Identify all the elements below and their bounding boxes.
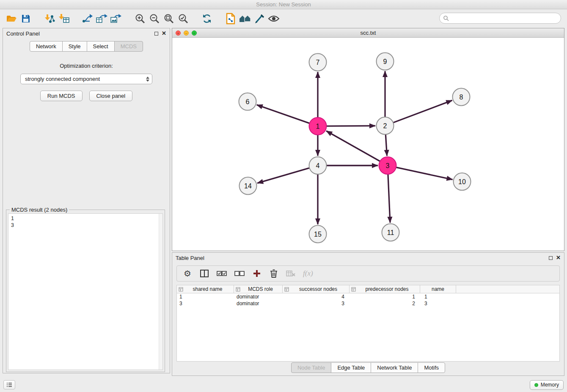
session-document-button[interactable] <box>223 11 238 26</box>
window-zoom-button[interactable]: + <box>192 30 197 36</box>
graph-node-6[interactable]: 6 <box>239 93 256 110</box>
graph-node-14[interactable]: 14 <box>239 177 257 195</box>
graph-edge-4-14[interactable] <box>257 168 309 183</box>
close-panel-button[interactable]: Close panel <box>89 91 133 101</box>
delete-row-button[interactable] <box>269 268 278 279</box>
control-panel-tabs: Network Style Select MCDS <box>3 41 170 52</box>
save-session-button[interactable] <box>19 11 33 26</box>
graph-node-7[interactable]: 7 <box>309 54 327 71</box>
zoom-fit-button[interactable] <box>162 11 176 26</box>
graph-node-15[interactable]: 15 <box>309 226 327 243</box>
mcds-result-list[interactable]: 13 <box>8 213 163 370</box>
svg-text:14: 14 <box>244 182 252 190</box>
trash-icon <box>270 269 278 278</box>
delete-table-button[interactable] <box>286 268 295 279</box>
select-all-button[interactable] <box>217 268 227 279</box>
graph-edge-3-10[interactable] <box>396 167 453 179</box>
split-panel-button[interactable] <box>200 268 209 279</box>
task-history-button[interactable] <box>3 380 15 389</box>
graph-node-8[interactable]: 8 <box>453 88 470 106</box>
graph-node-3[interactable]: 3 <box>379 157 396 174</box>
gear-icon: ⚙ <box>184 269 191 278</box>
style-button[interactable] <box>252 11 267 26</box>
table-cell: 3 <box>177 300 234 307</box>
graph-node-10[interactable]: 10 <box>454 173 471 190</box>
criterion-value: strongly connected component <box>25 76 100 82</box>
tab-network-table[interactable]: Network Table <box>371 362 418 373</box>
add-row-button[interactable] <box>252 268 261 279</box>
graph-edge-3-11[interactable] <box>388 174 390 223</box>
new-network-button[interactable] <box>80 11 95 26</box>
tab-motifs[interactable]: Motifs <box>418 362 445 373</box>
network-table-button[interactable] <box>95 11 109 26</box>
column-header-predecessor-nodes[interactable]: predecessor nodes <box>350 285 420 293</box>
home-button[interactable] <box>238 11 252 26</box>
table-cell: 1 <box>177 293 234 300</box>
run-mcds-button[interactable]: Run MCDS <box>40 91 83 101</box>
table-body[interactable]: 1dominator4113dominator323 <box>176 293 560 362</box>
svg-text:15: 15 <box>314 231 322 238</box>
network-window-titlebar[interactable]: scc.txt × − + <box>172 28 564 38</box>
table-settings-button[interactable]: ⚙ <box>183 268 192 279</box>
graph-node-4[interactable]: 4 <box>309 157 327 174</box>
deselect-all-button[interactable] <box>234 268 245 279</box>
tab-mcds[interactable]: MCDS <box>114 41 143 52</box>
network-graph[interactable]: 7968124314101511 <box>172 38 564 251</box>
close-table-panel-icon[interactable]: ✕ <box>556 256 561 260</box>
float-table-panel-icon[interactable] <box>549 256 553 260</box>
table-panel-title: Table Panel <box>176 255 204 261</box>
window-minimize-button[interactable]: − <box>184 30 189 36</box>
graph-node-9[interactable]: 9 <box>377 53 394 70</box>
tab-edge-table[interactable]: Edge Table <box>331 362 371 373</box>
function-builder-button[interactable]: f(x) <box>303 268 313 279</box>
zoom-out-icon <box>149 13 160 24</box>
refresh-button[interactable] <box>200 11 214 26</box>
graph-edge-2-8[interactable] <box>394 100 452 122</box>
graph-node-2[interactable]: 2 <box>377 117 394 135</box>
folder-icon <box>6 14 17 24</box>
zoom-in-button[interactable] <box>133 11 147 26</box>
table-toolbar: ⚙ f(x) <box>176 265 560 282</box>
svg-text:8: 8 <box>460 94 463 101</box>
close-panel-icon[interactable]: ✕ <box>162 31 166 36</box>
zoom-selected-button[interactable] <box>176 11 190 26</box>
memory-button[interactable]: Memory <box>530 380 564 390</box>
show-graphics-button[interactable] <box>267 11 281 26</box>
graph-edge-1-6[interactable] <box>257 105 309 123</box>
import-network-button[interactable] <box>42 11 57 26</box>
criterion-dropdown[interactable]: strongly connected component <box>20 74 152 84</box>
svg-text:9: 9 <box>383 58 387 65</box>
export-image-button[interactable] <box>109 11 124 26</box>
open-file-button[interactable] <box>4 11 19 26</box>
svg-text:3: 3 <box>386 162 390 169</box>
result-scrollbar[interactable] <box>159 214 162 370</box>
tab-select[interactable]: Select <box>87 41 115 52</box>
column-header-name[interactable]: name <box>420 285 456 293</box>
memory-label: Memory <box>541 382 559 388</box>
search-input[interactable] <box>449 15 557 22</box>
window-close-button[interactable]: × <box>176 30 181 36</box>
column-header-shared-name[interactable]: shared name <box>177 285 234 293</box>
graph-node-11[interactable]: 11 <box>382 224 399 241</box>
search-box[interactable] <box>439 13 561 24</box>
import-table-button[interactable] <box>57 11 71 26</box>
column-header-mcds-role[interactable]: MCDS role <box>234 285 283 293</box>
graph-edge-2-3[interactable] <box>385 135 387 156</box>
tab-network[interactable]: Network <box>30 41 63 52</box>
main-toolbar <box>0 9 567 28</box>
table-cell: dominator <box>234 300 283 307</box>
table-row[interactable]: 3dominator323 <box>177 300 559 307</box>
column-header-successor-nodes[interactable]: successor nodes <box>283 285 350 293</box>
column-sort-icon <box>179 287 183 292</box>
float-panel-icon[interactable] <box>154 32 158 36</box>
zoom-out-button[interactable] <box>147 11 162 26</box>
tab-node-table[interactable]: Node Table <box>291 362 332 373</box>
table-row[interactable]: 1dominator411 <box>177 293 559 300</box>
optimization-criterion-label: Optimization criterion: <box>3 63 170 69</box>
graph-node-1[interactable]: 1 <box>309 118 327 135</box>
svg-text:10: 10 <box>458 178 466 185</box>
tab-style[interactable]: Style <box>62 41 87 52</box>
search-icon <box>443 15 449 21</box>
graph-edge-1-2[interactable] <box>327 126 375 126</box>
graph-edge-3-1[interactable] <box>326 131 380 161</box>
